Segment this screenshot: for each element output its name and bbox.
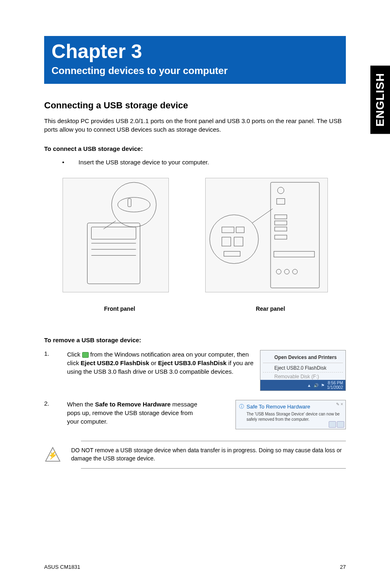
connect-subheading: To connect a USB storage device:: [44, 145, 346, 152]
section-heading: Connecting a USB storage device: [44, 100, 346, 111]
warning-text: DO NOT remove a USB storage device when …: [71, 447, 346, 462]
svg-rect-21: [222, 227, 234, 233]
svg-text:⚡: ⚡: [48, 451, 58, 460]
svg-rect-22: [236, 227, 244, 233]
tray-icon: ▲: [307, 383, 311, 388]
tooltip-title: Safe To Remove Hardware: [238, 403, 343, 411]
svg-point-5: [112, 182, 156, 227]
diagram-row: [44, 178, 346, 298]
svg-rect-1: [91, 227, 136, 239]
svg-rect-15: [274, 235, 287, 239]
tooltip-tray: [327, 420, 345, 429]
svg-point-6: [117, 197, 150, 212]
chapter-subtitle: Connecting devices to your computer: [52, 65, 338, 76]
system-tray: ▲ 🔊 ⚑ 8:56 PM 1/1/2002: [260, 380, 345, 391]
svg-point-18: [284, 269, 289, 274]
warning-icon: ⚡: [44, 446, 61, 463]
footer-model: ASUS CM1831: [44, 564, 80, 570]
svg-rect-25: [224, 251, 240, 256]
safe-remove-tooltip: ✎ × Safe To Remove Hardware The 'USB Mas…: [235, 400, 346, 429]
removable-disk-item: Removable Disk (F:): [263, 372, 343, 381]
chapter-banner: Chapter 3 Connecting devices to your com…: [44, 36, 346, 84]
bullet-icon: •: [62, 159, 78, 166]
svg-line-26: [252, 209, 273, 223]
tray-time: 8:56 PM: [327, 381, 343, 385]
tray-button-icon: [337, 421, 344, 428]
svg-point-17: [276, 269, 281, 274]
svg-point-19: [292, 269, 297, 274]
rear-panel-label: Rear panel: [209, 305, 332, 312]
front-panel-illustration: [63, 178, 168, 292]
front-panel-diagram: [63, 178, 169, 298]
svg-point-10: [277, 187, 284, 194]
tray-icon: 🔊: [314, 383, 318, 388]
front-panel-label: Front panel: [58, 305, 181, 312]
svg-rect-24: [234, 237, 243, 246]
step-1-number: 1.: [44, 350, 67, 357]
svg-rect-0: [87, 223, 140, 284]
svg-rect-12: [274, 215, 287, 219]
step-2-number: 2.: [44, 400, 67, 407]
warning-callout: ⚡ DO NOT remove a USB storage device whe…: [81, 441, 346, 469]
page-footer: ASUS CM1831 27: [44, 564, 346, 570]
rear-panel-illustration: [206, 178, 327, 292]
svg-rect-23: [222, 237, 231, 246]
svg-rect-14: [274, 227, 287, 231]
eject-menu-screenshot: Open Devices and Printers Eject USB2.0 F…: [260, 350, 346, 391]
remove-subheading: To remove a USB storage device:: [44, 337, 346, 343]
open-devices-item: Open Devices and Printers: [263, 353, 343, 363]
diagram-captions: Front panel Rear panel: [44, 305, 346, 312]
rear-panel-diagram: [205, 178, 328, 298]
svg-line-8: [103, 221, 116, 229]
connect-step-text: Insert the USB storage device to your co…: [78, 159, 209, 166]
intro-text: This desktop PC provides USB 2.0/1.1 por…: [44, 117, 346, 134]
footer-page-number: 27: [340, 564, 346, 570]
svg-rect-16: [273, 251, 314, 257]
tray-icon: ⚑: [321, 383, 325, 388]
tray-button-icon: [329, 421, 336, 428]
svg-rect-13: [274, 221, 287, 225]
tray-date: 1/1/2002: [327, 385, 343, 390]
eject-flashdisk-item: Eject USB2.0 FlashDisk: [263, 364, 343, 372]
step-2-row: 2. When the Safe to Remove Hardware mess…: [44, 400, 346, 429]
svg-rect-7: [128, 199, 131, 207]
language-tab: ENGLISH: [370, 65, 390, 134]
svg-rect-11: [276, 199, 285, 204]
tray-eject-icon: [82, 352, 89, 358]
step-2-text: When the Safe to Remove Hardware message…: [67, 400, 206, 426]
step-1-row: 1. Click from the Windows notification a…: [44, 350, 346, 391]
chapter-number: Chapter 3: [52, 40, 338, 63]
connect-step-row: • Insert the USB storage device to your …: [62, 159, 346, 166]
step-1-text: Click from the Windows notification area…: [67, 350, 260, 376]
